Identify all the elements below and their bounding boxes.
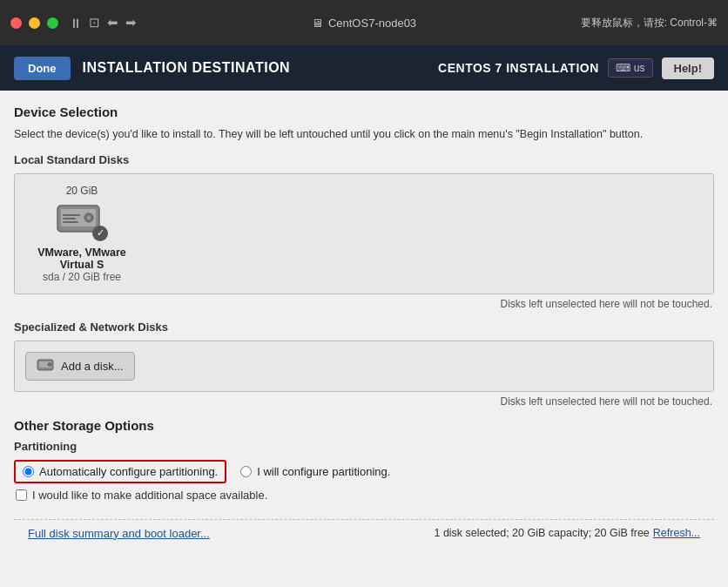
auto-partition-label: Automatically configure partitioning. (39, 465, 218, 478)
bottom-status: 1 disk selected; 20 GiB capacity; 20 GiB… (434, 527, 700, 539)
titlebar-controls: ⏸ ⊡ ⬅ ➡ (69, 15, 137, 30)
add-disk-label: Add a disk... (61, 360, 124, 373)
record-icon: ⊡ (89, 15, 100, 30)
svg-point-9 (48, 362, 51, 366)
disk-item[interactable]: 20 GiB VMware, VMware Virtual S (25, 185, 138, 283)
back-icon[interactable]: ⬅ (107, 15, 118, 30)
vm-icon: 🖥 (312, 17, 323, 30)
keyboard-shortcut-hint: 要释放鼠标，请按: Control-⌘ (581, 17, 718, 29)
traffic-lights (10, 17, 58, 29)
additional-space-checkbox[interactable] (16, 489, 27, 501)
auto-partition-radio[interactable] (23, 466, 34, 477)
main-content: Device Selection Select the device(s) yo… (0, 91, 728, 587)
disk-status-text: 1 disk selected; 20 GiB capacity; 20 GiB… (434, 527, 649, 539)
done-button[interactable]: Done (14, 57, 71, 80)
header-right: CENTOS 7 INSTALLATION ⌨ us Help! (438, 57, 714, 79)
specialized-section: Specialized & Network Disks Add a disk..… (14, 320, 714, 408)
disk-separator: / (63, 271, 65, 283)
partitioning-label: Partitioning (14, 440, 714, 453)
other-storage-title: Other Storage Options (14, 418, 714, 433)
app-name: CentOS7-node03 (328, 17, 416, 30)
help-button[interactable]: Help! (662, 57, 715, 79)
full-disk-summary-link[interactable]: Full disk summary and boot loader... (28, 527, 210, 540)
disk-size: 20 GiB (66, 185, 98, 197)
disk-info: sda / 20 GiB free (43, 271, 121, 283)
keyboard-badge[interactable]: ⌨ us (608, 58, 653, 78)
titlebar-center: 🖥 CentOS7-node03 (312, 17, 416, 30)
svg-rect-6 (63, 221, 78, 223)
disk-name: VMware, VMware Virtual S (25, 246, 138, 271)
local-disks-grid: 20 GiB VMware, VMware Virtual S (14, 173, 714, 294)
additional-space-label: I would like to make additional space av… (32, 489, 267, 502)
close-button[interactable] (10, 17, 22, 29)
other-storage-section: Other Storage Options Partitioning Autom… (14, 418, 714, 502)
maximize-button[interactable] (47, 17, 58, 29)
add-disk-icon (37, 358, 54, 374)
partitioning-row: Automatically configure partitioning. I … (14, 460, 714, 502)
radio-group: Automatically configure partitioning. I … (14, 460, 714, 483)
forward-icon[interactable]: ➡ (125, 15, 137, 30)
add-disk-grid: Add a disk... (14, 341, 714, 392)
specialized-note: Disks left unselected here will not be t… (14, 395, 714, 408)
svg-rect-4 (63, 214, 80, 216)
device-selection-desc: Select the device(s) you'd like to insta… (14, 126, 714, 143)
header-bar: Done INSTALLATION DESTINATION CENTOS 7 I… (0, 45, 728, 91)
titlebar: ⏸ ⊡ ⬅ ➡ 🖥 CentOS7-node03 要释放鼠标，请按: Contr… (0, 0, 728, 45)
bottom-bar: Full disk summary and boot loader... 1 d… (14, 519, 714, 547)
disk-free: 20 GiB free (68, 271, 121, 283)
disk-icon-wrap (56, 202, 108, 241)
additional-space-row: I would like to make additional space av… (16, 489, 714, 502)
svg-rect-5 (63, 218, 76, 219)
add-disk-button[interactable]: Add a disk... (25, 352, 135, 381)
auto-partition-option[interactable]: Automatically configure partitioning. (14, 460, 226, 483)
disk-selected-check (92, 226, 108, 241)
device-selection-section: Device Selection Select the device(s) yo… (14, 105, 714, 408)
disk-path: sda (43, 271, 59, 283)
centos-title: CENTOS 7 INSTALLATION (438, 61, 599, 75)
titlebar-right: 要释放鼠标，请按: Control-⌘ (581, 16, 718, 30)
device-selection-title: Device Selection (14, 105, 714, 119)
keyboard-layout: us (634, 62, 645, 74)
manual-partition-radio[interactable] (240, 466, 252, 477)
svg-point-3 (87, 216, 91, 219)
manual-partition-label: I will configure partitioning. (257, 465, 390, 478)
specialized-title: Specialized & Network Disks (14, 320, 714, 334)
keyboard-icon: ⌨ (616, 62, 630, 74)
minimize-button[interactable] (29, 17, 40, 29)
refresh-link[interactable]: Refresh... (653, 527, 700, 539)
manual-partition-option[interactable]: I will configure partitioning. (240, 465, 390, 478)
page-title: INSTALLATION DESTINATION (83, 60, 291, 76)
disk-note: Disks left unselected here will not be t… (14, 298, 714, 310)
pause-icon: ⏸ (69, 16, 82, 30)
local-disks-title: Local Standard Disks (14, 153, 714, 166)
